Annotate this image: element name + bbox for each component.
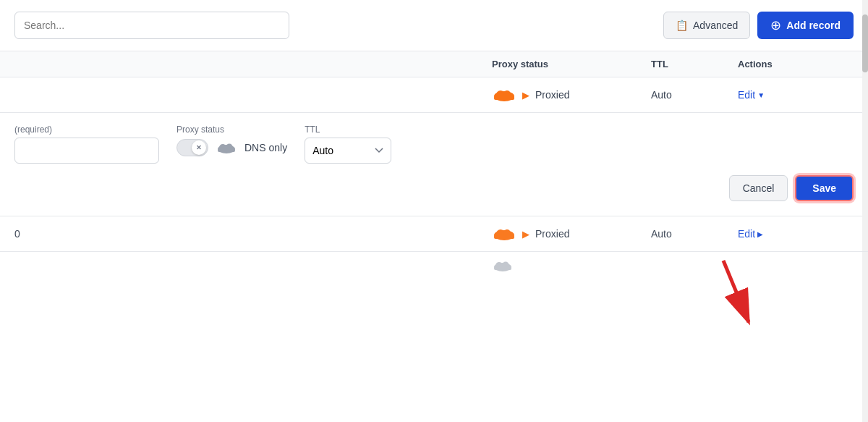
- ttl-select[interactable]: Auto 1 min 2 min 5 min 10 min: [305, 138, 391, 164]
- required-label: (required): [14, 125, 159, 135]
- col-header-proxy: Proxy status: [492, 59, 651, 69]
- cloud-dns-icon: [216, 141, 237, 154]
- advanced-icon: 📋: [676, 20, 688, 31]
- cloud-partial-icon: [492, 259, 514, 272]
- row2-proxy-label: Proxied: [535, 228, 569, 240]
- advanced-label: Advanced: [693, 20, 738, 31]
- scrollbar[interactable]: [862, 0, 868, 422]
- save-button[interactable]: Save: [795, 175, 854, 201]
- row1-proxy-status: ▶ Proxied: [492, 88, 651, 102]
- search-input[interactable]: [14, 12, 289, 39]
- svg-rect-3: [494, 96, 514, 100]
- required-field-group: (required): [14, 125, 159, 164]
- row3-proxy-status: [492, 259, 651, 272]
- svg-rect-15: [494, 267, 511, 270]
- row2-edit-arrow: ▶: [757, 230, 763, 238]
- add-record-label: Add record: [786, 20, 841, 31]
- table-row: ▶ Proxied Auto Edit ▼: [0, 77, 868, 113]
- action-buttons: Cancel Save: [14, 175, 854, 201]
- cloud-proxied-icon-2: [492, 227, 516, 241]
- row1-proxy-label: Proxied: [535, 89, 569, 101]
- svg-rect-7: [218, 149, 235, 152]
- ttl-group: TTL Auto 1 min 2 min 5 min 10 min: [305, 125, 391, 164]
- svg-rect-11: [494, 235, 514, 239]
- edit-row: (required) Proxy status ✕: [0, 113, 868, 216]
- edit-dropdown-icon: ▼: [757, 91, 765, 99]
- table-header: Proxy status TTL Actions: [0, 51, 868, 77]
- proxy-status-group: Proxy status ✕ DNS only: [176, 125, 287, 156]
- table-row-2: 0 ▶ Proxied Auto Edit ▶: [0, 216, 868, 252]
- add-icon: ⊕: [770, 17, 781, 33]
- arrow-proxied-2: ▶: [522, 229, 529, 240]
- row2-ttl: Auto: [651, 228, 738, 240]
- row2-proxy-status: ▶ Proxied: [492, 227, 651, 241]
- dns-only-label: DNS only: [244, 142, 287, 153]
- row2-value: 0: [14, 228, 145, 240]
- col-header-actions: Actions: [738, 59, 854, 69]
- toolbar: 📋 Advanced ⊕ Add record: [0, 0, 868, 51]
- cancel-button[interactable]: Cancel: [729, 175, 788, 201]
- col-header-name: [145, 59, 492, 69]
- proxy-status-edit-label: Proxy status: [176, 125, 287, 135]
- toggle-knob: ✕: [192, 140, 206, 155]
- cloud-proxied-icon: [492, 88, 516, 102]
- col-header-type: [14, 59, 145, 69]
- col-header-ttl: TTL: [651, 59, 738, 69]
- table-row-3: [0, 252, 868, 279]
- arrow-proxied: ▶: [522, 90, 529, 101]
- advanced-button[interactable]: 📋 Advanced: [663, 12, 750, 39]
- add-record-button[interactable]: ⊕ Add record: [757, 12, 854, 39]
- row1-ttl: Auto: [651, 89, 738, 101]
- proxy-toggle[interactable]: ✕: [176, 139, 208, 156]
- ttl-edit-label: TTL: [305, 125, 391, 135]
- required-input[interactable]: [14, 138, 159, 164]
- row1-edit-button[interactable]: Edit ▼: [738, 89, 854, 101]
- row2-edit-button[interactable]: Edit ▶: [738, 228, 854, 240]
